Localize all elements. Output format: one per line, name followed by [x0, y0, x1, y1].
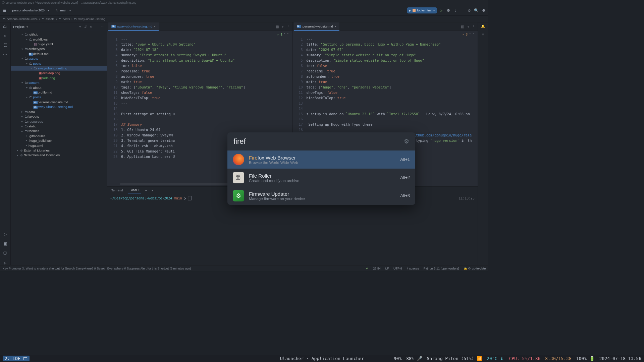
problems-tool-icon[interactable]: ⓘ [3, 251, 7, 256]
status-indicator-icon[interactable]: ✔ [366, 266, 369, 270]
panel-options-icon[interactable]: ⋯ [101, 24, 105, 28]
terminal-tool-icon[interactable]: ▣ [3, 241, 7, 246]
tree-yaml-hugo-yaml[interactable]: ▤hugo.yaml [11, 42, 107, 46]
swaybar-mem: 8.3G/15.3G [545, 356, 571, 361]
tree-img-desktop-png[interactable]: ▣desktop.png [11, 71, 107, 75]
preview-mode-icon[interactable]: ▥ [461, 25, 464, 28]
more-tool-icon[interactable]: ⋯ [3, 52, 7, 57]
window-title: personal-website-2024 [~/Desktop/persona… [6, 1, 137, 4]
status-bar: Key Promoter X: Want to create a shortcu… [0, 265, 488, 271]
structure-tool-icon[interactable]: ☷ [3, 43, 7, 47]
database-tool-icon[interactable]: 🗄 [481, 33, 485, 37]
editor-tab[interactable]: M↓ sway-ubuntu-setting.md × [108, 22, 159, 31]
main-toolbar: ☰ personal-website-2024 main footer.html… [0, 5, 488, 16]
collapse-all-icon[interactable]: × [90, 24, 92, 28]
close-tab-icon[interactable]: × [335, 24, 336, 28]
notifications-icon[interactable]: 🔔 [481, 24, 485, 28]
swaybar-wifi: Sarang Piton (51%) 📶 [427, 356, 482, 361]
preview-mode-icon[interactable]: ▥ [276, 25, 279, 28]
status-sync[interactable]: 🔒 ⟳ up-to-date [464, 266, 486, 270]
project-panel: Project ⌖ ⇵ × — ⋯ ▾🗀.github▾🗀workflows▤h… [11, 22, 107, 265]
tree-md-sway-ubuntu-setting-md[interactable]: M↓sway-ubuntu-setting.md [11, 105, 107, 109]
crumb[interactable]: assets [42, 17, 54, 21]
more-actions-icon[interactable]: ⋮ [453, 7, 459, 13]
tree-folder-sway-ubuntu-setting[interactable]: ▾🗀sway-ubuntu-setting [11, 66, 107, 70]
crumb-root[interactable]: personal-website-2024 [3, 17, 38, 21]
account-icon[interactable]: ☺ [467, 7, 472, 13]
editor-tab[interactable]: M↓ personal-website.md × [293, 22, 339, 31]
status-notice[interactable]: Key Promoter X: Want to create a shortcu… [3, 266, 362, 270]
hamburger-icon[interactable]: ☰ [2, 7, 8, 13]
tree-folder-archetypes[interactable]: ▾🗀archetypes [11, 47, 107, 51]
run-button[interactable]: ▷ [438, 7, 444, 13]
close-tab-icon[interactable]: × [154, 24, 156, 28]
tree-folder-data[interactable]: ▸🗀data [11, 109, 107, 114]
ff-icon [233, 154, 244, 165]
tree-lib-scratches-and-consoles[interactable]: ▸⎋Scratches and Consoles [11, 153, 107, 158]
run-configuration[interactable]: footer.html [407, 7, 437, 13]
tree-folder-layouts[interactable]: ▸🗀layouts [11, 114, 107, 119]
tree-file--hugo-build-lock[interactable]: •.hugo_build.lock [11, 138, 107, 143]
tree-file-hugo-toml[interactable]: •hugo.toml [11, 143, 107, 148]
commit-tool-icon[interactable]: ○ [4, 34, 6, 38]
launcher-settings-icon[interactable]: ⚙ [404, 138, 409, 145]
tree-folder-posts[interactable]: ▾🗀posts [11, 95, 107, 100]
tree-md-default-md[interactable]: M↓default.md [11, 51, 107, 56]
hide-panel-icon[interactable]: — [95, 24, 98, 28]
launcher-result[interactable]: ⚙Firmware UpdaterManage firmware on your… [227, 187, 415, 205]
swaybar-battery-1: 90% [394, 356, 401, 361]
select-opened-file-icon[interactable]: ⌖ [79, 24, 81, 28]
tree-md-personal-website-md[interactable]: M↓personal-website.md [11, 100, 107, 104]
terminal-title[interactable]: Terminal [110, 188, 124, 193]
tree-file--gitmodules[interactable]: •.gitmodules [11, 133, 107, 138]
expand-all-icon[interactable]: ⇵ [84, 24, 87, 28]
status-eol[interactable]: LF [385, 266, 389, 270]
tree-folder-posts[interactable]: ▾🗀posts [11, 61, 107, 66]
roller-icon: 🗜 [233, 172, 244, 183]
debug-button[interactable]: ⚙ [446, 7, 451, 13]
tree-lib-external-libraries[interactable]: ▸⎋External Libraries [11, 148, 107, 153]
tree-folder-about[interactable]: ▾🗀about [11, 85, 107, 90]
new-terminal-icon[interactable]: ＋ [145, 188, 148, 193]
settings-icon[interactable]: ⚙ [481, 7, 486, 13]
project-selector[interactable]: personal-website-2024 [10, 7, 51, 13]
scrollbar-horizontal[interactable] [120, 183, 237, 185]
preview-options-icon[interactable] [282, 25, 283, 28]
branch-selector[interactable]: main [54, 7, 73, 13]
project-view-selector[interactable] [26, 25, 28, 28]
terminal-time: 11:13:25 [459, 196, 474, 200]
tree-folder-resources[interactable]: ▸🗀resources [11, 119, 107, 124]
tree-folder-themes[interactable]: ▸🗀themes [11, 129, 107, 133]
launcher-search-input[interactable] [233, 137, 404, 146]
tree-md-profile-md[interactable]: M↓profile.md [11, 90, 107, 95]
terminal-tab-local[interactable]: Local × [128, 187, 141, 193]
tree-folder-workflows[interactable]: ▾🗀workflows [11, 37, 107, 42]
project-tool-icon[interactable]: 🗀 [3, 24, 7, 29]
search-everywhere-icon[interactable]: 🔍 [474, 7, 479, 13]
terminal-body[interactable]: 11:13:25 ~/Desktop/personal-website-2024… [107, 194, 478, 265]
launcher-result[interactable]: Firefox Web BrowserBrowse the World Wide… [227, 150, 415, 169]
terminal-menu-icon[interactable] [151, 189, 153, 192]
status-encoding[interactable]: UTF-8 [393, 266, 402, 270]
tree-folder-content[interactable]: ▾🗀content [11, 80, 107, 85]
workspace-indicator[interactable]: 2: IDE 🗔 [3, 356, 30, 361]
run-tool-icon[interactable]: ▷ [4, 232, 7, 237]
tree-img-fade-png[interactable]: ▣fade.png [11, 75, 107, 80]
tree-folder-assets[interactable]: ▾🗀assets [11, 56, 107, 61]
swaybar-cpu: CPU: 5%/1.86 [509, 356, 540, 361]
preview-options-icon[interactable] [467, 25, 469, 28]
launcher-result[interactable]: 🗜File RollerCreate and modify an archive… [227, 169, 415, 187]
project-tree[interactable]: ▾🗀.github▾🗀workflows▤hugo.yaml▾🗀archetyp… [11, 31, 107, 265]
tree-folder--github[interactable]: ▾🗀.github [11, 32, 107, 37]
crumb[interactable]: posts [58, 17, 70, 21]
app-launcher: ⚙ Firefox Web BrowserBrowse the World Wi… [227, 132, 415, 205]
tree-folder-static[interactable]: ▸🗀static [11, 124, 107, 128]
editor-menu-icon[interactable]: ⋮ [472, 25, 475, 28]
breadcrumbs: personal-website-2024› assets› posts› sw… [0, 16, 488, 22]
vcs-tool-icon[interactable]: ⎌ [4, 260, 7, 265]
crumb[interactable]: sway-ubuntu-setting [74, 17, 105, 21]
editor-menu-icon[interactable]: ⋮ [286, 25, 290, 28]
status-indent[interactable]: 4 spaces [407, 266, 419, 270]
right-tool-rail: 🔔 🗄 [478, 22, 488, 265]
status-sdk[interactable]: Python 3.11 (open-orders) [423, 266, 459, 270]
